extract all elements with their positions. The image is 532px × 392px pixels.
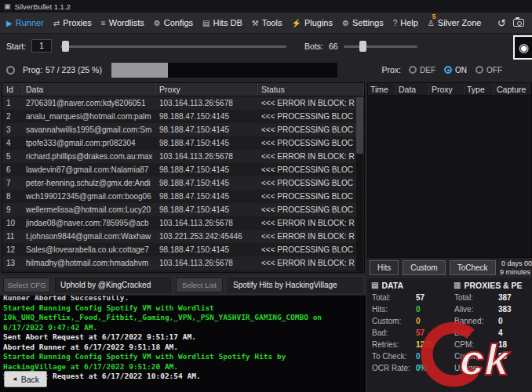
back-button[interactable]: ◄ Back: [4, 371, 47, 387]
menu-item-label: Configs: [164, 18, 193, 27]
table-row[interactable]: 4 tpofe333@gmail.com:pr082304 98.188.47.…: [2, 136, 364, 150]
cell-id: 10: [2, 216, 23, 230]
history-icon[interactable]: ↺: [497, 17, 506, 29]
col-header-time[interactable]: Time: [368, 83, 396, 95]
slider-track: [60, 45, 286, 48]
cell-status: <<< PROCESSING BLOC: [258, 243, 364, 256]
table-row[interactable]: 5 richard.phillips@drakes.com.au:max 103…: [2, 150, 364, 163]
table-row[interactable]: 2 analu_marquesi@hotmail.com:palm 98.188…: [2, 110, 364, 123]
menu-item[interactable]: ▶ Runner: [2, 13, 49, 33]
selected-config-name: Uphold by @KingCracked: [55, 278, 171, 292]
cell-data: Sales@lovearabella.co.uk:cottage7: [23, 243, 156, 256]
menu-item[interactable]: ▤ Hits DB: [198, 13, 247, 33]
stat-value: 4: [498, 328, 503, 337]
table-row[interactable]: 3 savannahwillis1995@gmail.com:Sm 98.188…: [2, 123, 364, 136]
table-row[interactable]: 1 2706391@naver.com:kdy8206051 103.164.1…: [2, 96, 364, 110]
stat-row: Usage:: [450, 362, 532, 374]
prox-option[interactable]: ON: [444, 66, 467, 74]
proxies-panel-header: ▥ PROXIES & PE: [450, 278, 532, 292]
hits-tab-button[interactable]: Hits: [370, 260, 399, 275]
select-list-button[interactable]: Select List: [176, 278, 223, 292]
record-button[interactable]: ◉: [513, 35, 532, 60]
stat-value: 0: [498, 317, 503, 325]
menu-item[interactable]: ♙ Silver Zone 5: [423, 13, 486, 33]
col-header-data[interactable]: Data: [23, 83, 156, 96]
col-header-type[interactable]: Type: [465, 83, 494, 95]
cell-data: wellermelissa@hotmail.com:Lucy20: [23, 203, 156, 216]
cell-status: <<< PROCESSING BLOC: [258, 176, 364, 190]
slider-thumb[interactable]: [359, 41, 366, 52]
log-line: Sent Abort Request at 6/17/2022 9:51:17 …: [3, 332, 363, 343]
menu-item-label: Tools: [262, 18, 282, 27]
hits-table-header: Time Data Proxy Type Capture: [368, 83, 531, 96]
col-header-capture[interactable]: Capture: [494, 83, 531, 95]
menu-item[interactable]: ⚙ Configs: [149, 13, 198, 33]
table-row[interactable]: 6 lawdevin87@gmail.com:Nalamia87 98.188.…: [2, 163, 364, 176]
hits-tabs-row: Hits Custom ToCheck 0 days 00 : 0 9 minu…: [367, 259, 532, 277]
slider-thumb[interactable]: [62, 41, 69, 52]
start-slider[interactable]: [60, 40, 286, 53]
menu-item[interactable]: ⚡ Plugins: [286, 13, 337, 33]
progress-fill: [111, 63, 168, 78]
menu-item-icon: ?: [393, 19, 398, 27]
stat-label: OCR Rate:: [372, 364, 413, 372]
stat-value: 1235: [416, 340, 433, 349]
stat-row: To Check: 0: [367, 350, 450, 362]
menu-item-label: Proxies: [63, 18, 92, 27]
timer-elapsed: 0 days 00 : 0: [500, 260, 532, 268]
results-table-body: 1 2706391@naver.com:kdy8206051 103.164.1…: [2, 96, 364, 270]
cell-status: <<< PROCESSING BLOC: [258, 110, 364, 123]
cell-proxy: 98.188.47.150:4145: [156, 136, 258, 150]
table-row[interactable]: 8 wch199012345@gmail.com:boog06 98.188.4…: [2, 190, 364, 203]
menu-item[interactable]: ⚙ Settings: [337, 13, 388, 33]
hits-tab-button[interactable]: Custom: [403, 260, 445, 275]
menu-item-icon: ⇄: [53, 19, 60, 27]
scrollbar[interactable]: [356, 97, 363, 271]
bots-slider[interactable]: [344, 40, 417, 53]
col-header-proxy[interactable]: Proxy: [156, 83, 258, 96]
cell-id: 1: [2, 96, 23, 110]
select-cfg-button[interactable]: Select CFG: [3, 278, 50, 292]
camera-icon[interactable]: [513, 19, 524, 27]
hits-table: Time Data Proxy Type Capture: [367, 82, 532, 258]
menu-item-icon: ⚙: [342, 19, 349, 27]
stat-value: 0: [416, 317, 421, 325]
menu-item[interactable]: ? Help: [388, 13, 423, 33]
runner-timer: 0 days 00 : 0 9 minutes left: [500, 260, 532, 277]
cell-status: <<< PROCESSING BLOC: [258, 123, 364, 136]
table-row[interactable]: 12 Sales@lovearabella.co.uk:cottage7 98.…: [2, 243, 364, 256]
menu-item[interactable]: ⇄ Proxies: [49, 13, 97, 33]
col-header-proxy[interactable]: Proxy: [429, 83, 465, 95]
data-panel-title: DATA: [381, 281, 403, 290]
menu-item[interactable]: ≡ Wordlists: [97, 13, 149, 33]
progress-bar: [111, 63, 337, 78]
log-line: 10k_UHQ_Netflix,_Food,_Fitbit,_Gaming,_V…: [3, 313, 363, 323]
log-line: HackingVillage at 6/17/2022 9:51:20 AM.: [3, 362, 363, 372]
log-line: 6/17/2022 9:47:42 AM.: [3, 323, 363, 333]
cell-id: 5: [2, 150, 23, 163]
table-row[interactable]: 7 peter-henning.schulz@gmx.de:Andi 98.18…: [2, 176, 364, 190]
col-header-data[interactable]: Data: [396, 83, 429, 95]
menu-item-icon: ▶: [6, 19, 13, 27]
menu-item[interactable]: ⚒ Tools: [247, 13, 287, 33]
menu-item-label: Hits DB: [213, 18, 242, 27]
scrollbar-thumb[interactable]: [356, 97, 363, 154]
col-header-id[interactable]: Id: [2, 83, 23, 96]
table-row[interactable]: 9 wellermelissa@hotmail.com:Lucy20 98.18…: [2, 203, 364, 216]
prog-value: 57 / 223 (25 %): [46, 65, 102, 74]
table-row[interactable]: 10 jindae08@naver.com:785995@acb 103.164…: [2, 216, 364, 230]
table-row[interactable]: 11 t.johnson9844@gmail.com:Waxhaw 103.22…: [2, 230, 364, 243]
col-header-status[interactable]: Status: [258, 83, 364, 96]
cell-proxy: 98.188.47.150:4145: [156, 176, 258, 190]
stat-label: Custom:: [372, 317, 413, 325]
cell-id: 9: [2, 203, 23, 216]
cell-id: 12: [2, 243, 23, 256]
table-row[interactable]: 13 hilmadhy@hotmail.com:hmadahvm 103.164…: [2, 256, 364, 270]
hits-tab-button[interactable]: ToCheck: [450, 260, 496, 275]
cell-status: <<< ERROR IN BLOCK: R: [258, 230, 364, 243]
stat-label: Bad:: [454, 328, 495, 337]
prog-radio[interactable]: [6, 66, 15, 74]
prox-option[interactable]: OFF: [476, 66, 502, 74]
start-input[interactable]: [31, 39, 52, 53]
prox-option[interactable]: DEF: [409, 66, 435, 74]
